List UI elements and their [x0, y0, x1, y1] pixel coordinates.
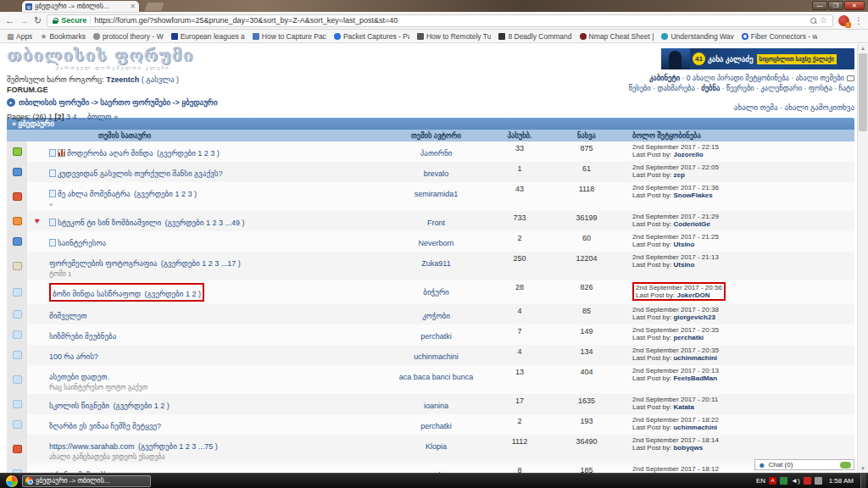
- action-center-icon[interactable]: [804, 477, 811, 485]
- network-icon[interactable]: [815, 477, 822, 485]
- topic-author-link[interactable]: Neverborn: [418, 239, 453, 247]
- maximize-button[interactable]: ❐: [828, 1, 843, 10]
- bookmark-item[interactable]: ▦Apps: [7, 32, 32, 41]
- user-links-line2b[interactable]: · წევრები · კალენდარი · ფოსტა · ჩატი: [720, 84, 854, 92]
- url-text[interactable]: https://forum.ge/?showforum=25&prune_day…: [94, 16, 807, 25]
- col-last-post[interactable]: ბოლო შეტყობინება: [627, 131, 854, 140]
- topic-title-link[interactable]: მიშველეთ: [49, 312, 87, 320]
- breadcrumb-link[interactable]: თბილისის ფორუმი: [19, 98, 89, 107]
- topic-pages-links[interactable]: (გვერდები 1 2 ): [113, 402, 169, 410]
- cabinet-link[interactable]: კაბინეტი: [649, 74, 680, 82]
- col-views[interactable]: ნახვა: [546, 131, 627, 140]
- topic-title-link[interactable]: ფორუმელების ფოტოგრაფია: [49, 259, 157, 268]
- topic-pages-links[interactable]: (გვერდები 1 2 3 ...49 ): [165, 219, 245, 227]
- breadcrumb-link[interactable]: ყბედაური: [181, 98, 217, 107]
- topic-title-link[interactable]: ზღარბი ეს ვინაა ჩემზე მეტყვე?: [49, 422, 161, 430]
- topic-author-link[interactable]: ბიჭური: [423, 288, 449, 297]
- last-post-user-link[interactable]: Utsino: [673, 261, 694, 269]
- new-tab-button[interactable]: [144, 3, 164, 11]
- bookmark-item[interactable]: ★Bookmarks: [40, 32, 86, 41]
- topic-title-link[interactable]: ასეთები დადეთ.: [49, 373, 109, 381]
- start-button[interactable]: [5, 474, 19, 488]
- antivirus-tray-icon[interactable]: [780, 477, 787, 485]
- bookmark-item[interactable]: How to Capture Pac: [253, 32, 326, 41]
- zoom-icon[interactable]: [810, 18, 816, 24]
- reload-icon[interactable]: ↻: [34, 16, 42, 25]
- topic-pages-links[interactable]: (გვერდები 1 2 3 ): [134, 190, 197, 198]
- ad-banner[interactable]: 41 კახა კალაძე სიცოცხლით სავსე ქალაქი: [661, 48, 854, 69]
- volume-icon[interactable]: ◄): [791, 477, 800, 485]
- bookmark-item[interactable]: 8 Deadly Command: [498, 32, 571, 41]
- scroll-up-icon[interactable]: ▲: [858, 44, 868, 53]
- topic-title-link[interactable]: სიზმრები მეუბნება: [49, 332, 116, 341]
- topic-title-link[interactable]: საინტერესოა: [58, 239, 106, 247]
- logout-link[interactable]: ( გასვლა ): [142, 75, 179, 84]
- topic-author-link[interactable]: Zuka911: [421, 259, 450, 268]
- topic-pages-links[interactable]: (გვერდები 1 2 3 ...75 ): [138, 442, 218, 451]
- pages-suffix[interactable]: 3 4 ... ბოლო »: [64, 113, 118, 121]
- search-link[interactable]: ძებნა: [701, 84, 720, 92]
- last-post-user-link[interactable]: bobyqws: [673, 444, 703, 452]
- bookmark-item[interactable]: European leagues a: [171, 32, 245, 41]
- topic-title-link[interactable]: სკოლის წიგნები: [49, 402, 109, 410]
- last-post-user-link[interactable]: FeelsBadMan: [673, 374, 717, 382]
- last-post-user-link[interactable]: Jozorello: [673, 151, 703, 158]
- language-indicator[interactable]: EN: [756, 477, 765, 485]
- browser-tab[interactable]: ფ ყბედაური -> თბილის... ✕: [22, 1, 139, 12]
- topic-author-link[interactable]: perchatki: [420, 332, 452, 341]
- last-post-user-link[interactable]: giorgevich23: [673, 313, 715, 321]
- last-post-user-link[interactable]: CoderiotGe: [673, 220, 710, 228]
- chat-toggle[interactable]: [840, 462, 851, 469]
- last-post-user-link[interactable]: Utsino: [673, 241, 694, 248]
- topic-title-link[interactable]: მე ახლა მომენატრა: [58, 190, 131, 198]
- show-desktop-button[interactable]: [860, 474, 866, 488]
- bookmark-item[interactable]: Fiber Connectors - w: [742, 32, 817, 41]
- topic-author-link[interactable]: კოჭობი: [422, 312, 450, 320]
- profile-avatar[interactable]: 1: [838, 15, 849, 26]
- topic-author-link[interactable]: semiramida1: [415, 190, 459, 198]
- new-topic-actions[interactable]: ახალი თემა · ახალი გამოკითხვა: [734, 103, 854, 112]
- breadcrumb-link[interactable]: საერთო ფორუმები: [100, 98, 170, 107]
- last-post-user-link[interactable]: uchinmachini: [673, 424, 717, 431]
- topic-title-link[interactable]: https://www.sarahab.com: [49, 442, 135, 451]
- forward-icon[interactable]: →: [19, 16, 29, 25]
- last-post-user-link[interactable]: Katata: [673, 403, 693, 411]
- last-post-user-link[interactable]: SnowFlakes: [673, 191, 712, 199]
- address-bar[interactable]: Secure https://forum.ge/?showforum=25&pr…: [47, 14, 833, 27]
- bookmark-item[interactable]: Understanding Wav: [661, 32, 733, 41]
- topic-author-link[interactable]: aca baca banci bunca: [399, 373, 474, 381]
- tab-close-icon[interactable]: ✕: [130, 3, 136, 10]
- topic-author-link[interactable]: პათირნი: [420, 149, 453, 158]
- messages-icon[interactable]: [847, 75, 854, 81]
- pages-prefix[interactable]: Pages: (26) 1: [7, 113, 55, 121]
- last-post-user-link[interactable]: perchatki: [673, 334, 704, 341]
- vertical-scrollbar[interactable]: ▲ ▼: [857, 44, 868, 473]
- topic-pages-links[interactable]: (გვერდები 1 2 3 ...17 ): [161, 259, 241, 268]
- topic-author-link[interactable]: perchatki: [420, 422, 452, 430]
- scroll-down-icon[interactable]: ▼: [858, 464, 868, 473]
- last-post-user-link[interactable]: JokerDON: [676, 291, 709, 299]
- topic-title-link[interactable]: მოდერობა აღარ მინდა: [67, 149, 153, 158]
- user-links-line1[interactable]: · 0 ახალი პირადი შეტყობინება · ახალი თემ…: [680, 74, 844, 82]
- bookmark-item[interactable]: Nmap Cheat Sheet |: [580, 32, 654, 41]
- bookmark-item[interactable]: protocol theory - W: [93, 32, 164, 41]
- col-replies[interactable]: პასუხბ.: [493, 131, 546, 140]
- scrollbar-thumb[interactable]: [859, 53, 867, 131]
- topic-title-link[interactable]: ბოზი მინდა სასწრაფოდ: [53, 290, 141, 298]
- last-post-user-link[interactable]: zep: [673, 171, 684, 179]
- topic-pages-links[interactable]: (გვერდები 1 2 ): [145, 290, 201, 298]
- user-links-line2a[interactable]: წესები · დახმარება ·: [629, 84, 702, 92]
- bookmark-item[interactable]: Packet Captures - Pa: [334, 32, 409, 41]
- col-topic-author[interactable]: თემის ავტორი: [379, 131, 493, 140]
- topic-title-link[interactable]: სტუკონ ტი სინ ზომბიაშვილი: [58, 219, 161, 227]
- topic-author-link[interactable]: uchinmachini: [414, 352, 459, 361]
- topic-title-link[interactable]: კუდევიდან გასვლის თურქული შანსი გვაქვს?: [58, 169, 222, 178]
- topic-pages-links[interactable]: (გვერდები 1 2 3 ): [157, 149, 220, 158]
- close-button[interactable]: ✕: [844, 1, 865, 10]
- topic-author-link[interactable]: brevalo: [424, 169, 449, 178]
- bookmark-item[interactable]: How to Remotely Tu: [417, 32, 492, 41]
- topic-author-link[interactable]: Klopia: [426, 442, 447, 451]
- pdf-tray-icon[interactable]: A: [769, 477, 776, 485]
- topic-author-link[interactable]: ioanina: [424, 402, 448, 410]
- bookmark-star-icon[interactable]: ☆: [820, 16, 827, 25]
